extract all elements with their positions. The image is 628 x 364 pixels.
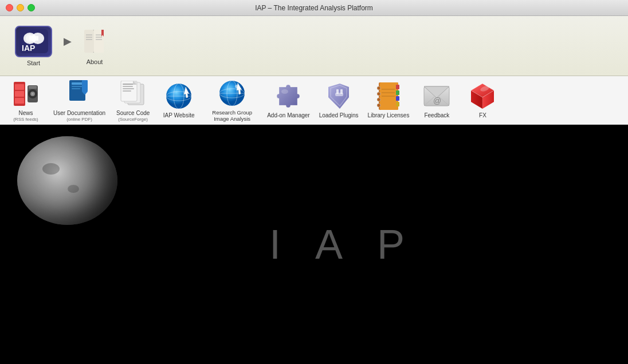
loaded-plugins-icon [324, 81, 354, 111]
minimize-button[interactable] [17, 4, 24, 11]
svg-point-57 [377, 86, 380, 90]
moon-image [17, 136, 117, 225]
source-code-sublabel: (SourceForge) [118, 117, 148, 122]
svg-rect-7 [84, 30, 94, 53]
svg-rect-17 [15, 84, 24, 90]
fx-cube-icon [468, 81, 497, 111]
svg-rect-62 [396, 90, 399, 95]
titlebar: IAP – The Integrated Analysis Platform [0, 0, 628, 16]
feedback-icon-container: @ [422, 81, 452, 111]
fx-icon-container [468, 81, 497, 111]
svg-point-51 [281, 89, 288, 94]
iap-website-globe-icon [164, 81, 194, 111]
svg-rect-28 [72, 88, 80, 89]
addon-manager-puzzle-icon [273, 81, 303, 111]
news-icon [11, 80, 40, 108]
source-code-icon [119, 81, 147, 107]
svg-rect-27 [72, 86, 83, 87]
source-code-icon-container [118, 79, 148, 109]
research-group-icon-container [217, 78, 247, 108]
toolbar-item-source-code[interactable]: Source Code (SourceForge) [110, 76, 156, 125]
close-button[interactable] [6, 4, 13, 11]
iap-text-display: I A P [269, 221, 405, 268]
svg-rect-35 [123, 86, 133, 87]
library-licenses-label: Library Licenses [368, 112, 410, 119]
about-button[interactable]: About [74, 22, 115, 70]
news-sublabel: (RSS feeds) [13, 117, 38, 122]
svg-rect-18 [15, 91, 24, 97]
research-group-globe-icon [217, 78, 247, 108]
user-documentation-icon [66, 79, 93, 109]
loaded-plugins-icon-container [324, 81, 354, 111]
svg-rect-24 [29, 86, 37, 89]
iap-logo: IAP [15, 26, 52, 57]
iap-letter-p: P [377, 221, 405, 268]
svg-rect-26 [72, 82, 83, 85]
svg-rect-37 [123, 90, 131, 92]
user-documentation-icon-container [65, 79, 95, 109]
window-controls [6, 4, 35, 11]
user-documentation-label: User Documentation [53, 110, 105, 117]
window-title: IAP – The Integrated Analysis Platform [255, 4, 373, 12]
news-icon-container [11, 79, 41, 109]
svg-rect-29 [82, 80, 88, 92]
feedback-label: Feedback [424, 112, 449, 119]
addon-manager-icon-container [273, 81, 303, 111]
svg-rect-63 [396, 96, 399, 101]
svg-rect-19 [15, 98, 24, 104]
fx-label: FX [479, 112, 486, 119]
svg-point-60 [377, 104, 380, 107]
library-licenses-notebook-icon [374, 81, 403, 111]
iap-letter-a: A [315, 221, 343, 268]
svg-point-4 [26, 34, 34, 42]
svg-rect-64 [396, 102, 399, 106]
iap-website-label: IAP Website [163, 112, 195, 119]
iap-logo-brain-icon: IAP [19, 29, 48, 53]
library-licenses-icon-container [374, 81, 403, 111]
main-content: I A P [0, 125, 628, 364]
svg-point-50 [235, 85, 238, 88]
toolbar: News (RSS feeds) User Documentation (onl… [0, 76, 628, 125]
nav-arrow: ▶ [64, 35, 72, 57]
toolbar-item-fx[interactable]: FX [460, 78, 505, 122]
maximize-button[interactable] [28, 4, 35, 11]
iap-letter-i: I [269, 221, 281, 268]
toolbar-item-user-documentation[interactable]: User Documentation (online PDF) [49, 76, 110, 125]
toolbar-item-loaded-plugins[interactable]: Loaded Plugins [315, 78, 363, 122]
navbar: IAP Start ▶ [0, 16, 628, 76]
loaded-plugins-label: Loaded Plugins [319, 112, 359, 119]
svg-rect-54 [335, 93, 343, 96]
research-group-label: Research Group Image Analysis [206, 109, 258, 122]
about-label: About [87, 58, 103, 65]
svg-point-59 [377, 98, 380, 101]
book-icon [80, 26, 109, 56]
feedback-mail-icon: @ [422, 82, 452, 110]
svg-text:IAP: IAP [22, 43, 35, 53]
svg-point-23 [32, 93, 34, 94]
addon-manager-label: Add-on Manager [267, 112, 310, 119]
source-code-label: Source Code [116, 110, 150, 117]
toolbar-item-addon-manager[interactable]: Add-on Manager [262, 78, 315, 122]
svg-point-58 [377, 92, 380, 96]
toolbar-item-library-licenses[interactable]: Library Licenses [363, 78, 414, 122]
toolbar-item-research-group[interactable]: Research Group Image Analysis [202, 76, 262, 125]
start-button[interactable]: IAP Start [6, 21, 61, 71]
iap-website-icon-container [164, 81, 194, 111]
start-label: Start [27, 60, 40, 66]
toolbar-item-news[interactable]: News (RSS feeds) [3, 76, 49, 125]
svg-rect-36 [123, 88, 134, 89]
svg-text:@: @ [433, 96, 441, 105]
user-documentation-sublabel: (online PDF) [66, 117, 92, 122]
svg-rect-61 [396, 85, 399, 89]
toolbar-item-iap-website[interactable]: IAP Website [156, 78, 202, 122]
toolbar-item-feedback[interactable]: @ Feedback [414, 78, 460, 122]
news-label: News [18, 110, 33, 117]
